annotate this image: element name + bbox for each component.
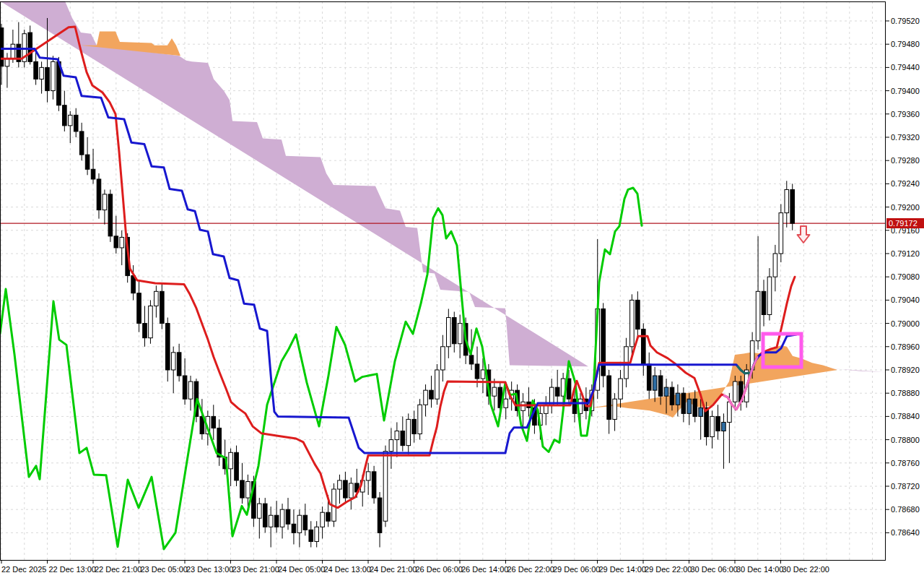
svg-text:0.78800: 0.78800 [891,436,920,444]
svg-text:0.79320: 0.79320 [891,133,920,142]
candle-body [154,291,159,306]
svg-text:0.78840: 0.78840 [891,412,920,420]
candle-body [767,277,772,314]
candle-body [85,155,90,169]
candle-body [235,452,239,480]
svg-text:24 Dec 13:00: 24 Dec 13:00 [324,565,371,574]
candle-body [229,452,233,469]
candle-body [406,419,411,445]
candle-body [378,498,382,532]
candle-body [344,480,348,498]
candle-body [383,452,388,522]
candle-body [424,390,428,405]
candle-body [395,431,399,440]
candle-body [165,324,170,370]
candle-body [97,179,101,210]
candle-body [280,509,284,527]
svg-text:23 Dec 05:00: 23 Dec 05:00 [141,565,188,574]
svg-text:22 Dec 13:00: 22 Dec 13:00 [49,565,96,574]
svg-text:22 Dec 2025: 22 Dec 2025 [1,565,46,574]
candle-body [762,291,766,314]
svg-text:23 Dec 21:00: 23 Dec 21:00 [232,565,279,574]
candle-body [441,347,445,370]
candle-body [458,324,462,344]
candle-body [103,194,107,210]
candle-body [389,440,393,452]
svg-text:0.78920: 0.78920 [891,366,920,374]
candle-body [447,318,451,347]
svg-text:0.78880: 0.78880 [891,389,920,397]
candle-body [349,483,354,498]
svg-text:0.79400: 0.79400 [891,87,920,95]
candle-body [619,379,623,399]
candle-body [338,480,342,489]
candle-body [733,381,738,402]
candle-body [418,405,422,434]
price-axis[interactable]: 0.795200.794800.794400.794000.793600.793… [886,17,920,537]
candle-body [34,61,38,79]
candle-body [481,370,485,379]
candle-body [74,115,78,131]
candle-body [475,364,479,379]
down-arrow-annotation[interactable] [798,226,810,243]
candle-body [366,472,370,480]
candle-body [452,318,456,344]
chikou-span-line [0,188,642,549]
svg-text:0.79480: 0.79480 [891,40,920,48]
svg-text:0.78680: 0.78680 [891,505,920,514]
time-axis[interactable]: 22 Dec 202522 Dec 13:0022 Dec 21:0023 De… [1,561,829,574]
candle-body [40,67,44,79]
candle-body [263,504,267,527]
candle-body [292,524,296,532]
kijun-sen-line [0,49,796,454]
candle-body [297,515,302,532]
svg-text:29 Dec 06:00: 29 Dec 06:00 [553,565,600,574]
svg-text:29 Dec 22:00: 29 Dec 22:00 [645,565,692,574]
candle-body [11,44,15,59]
candle-body [630,300,635,346]
svg-text:30 Dec 14:00: 30 Dec 14:00 [736,565,783,574]
candle-body [143,324,147,338]
candle-body [68,115,72,125]
candle-body [492,387,497,396]
candle-body [658,376,663,396]
svg-text:26 Dec 14:00: 26 Dec 14:00 [461,565,508,574]
svg-text:0.78960: 0.78960 [891,342,920,351]
candle-body [5,59,9,66]
svg-text:0.78760: 0.78760 [891,459,920,467]
candle-body [51,61,56,90]
candle-body [79,131,84,155]
candle-body [171,353,175,370]
candle-body [430,390,434,399]
candle-body [372,472,376,498]
candle-body [246,482,250,499]
svg-text:0.79360: 0.79360 [891,110,920,118]
candle-body [160,291,165,323]
svg-text:30 Dec 06:00: 30 Dec 06:00 [691,565,738,574]
price-chart-svg[interactable]: 0.795200.794800.794400.794000.793600.793… [0,0,924,578]
candle-body [728,402,732,422]
candle-body [756,291,760,340]
candle-body [681,393,686,413]
svg-text:0.78640: 0.78640 [891,528,920,537]
svg-text:24 Dec 21:00: 24 Dec 21:00 [370,565,417,574]
candle-body [321,512,325,527]
candle-body [45,67,50,90]
candle-body [315,527,319,541]
candle-body [114,236,118,248]
candle-body [636,300,640,329]
candle-body [469,355,474,364]
candle-body [303,515,308,530]
candle-body [613,399,617,419]
candle-body [28,33,32,61]
candle-body [149,306,153,337]
svg-text:0.79440: 0.79440 [891,63,920,72]
svg-text:23 Dec 13:00: 23 Dec 13:00 [186,565,233,574]
candle-body [120,237,124,247]
candle-body [137,293,141,324]
candle-body [722,422,726,431]
svg-text:0.79200: 0.79200 [891,203,920,212]
candle-body [693,399,697,416]
svg-text:30 Dec 22:00: 30 Dec 22:00 [783,565,829,574]
candle-body [286,509,290,524]
